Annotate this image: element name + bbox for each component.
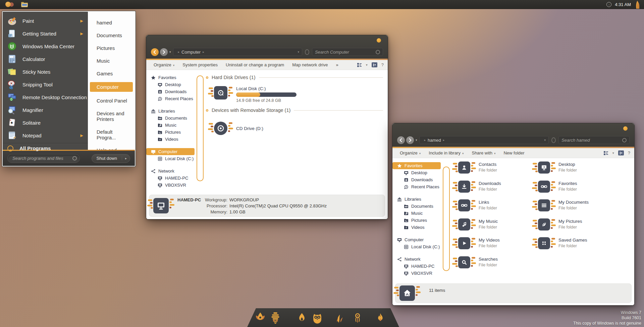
start-orb-button[interactable] <box>5 1 17 8</box>
start-place-control-panel[interactable]: Control Panel <box>90 96 131 105</box>
start-place-pictures[interactable]: Pictures <box>90 44 119 52</box>
preview-pane-icon[interactable] <box>618 150 624 155</box>
sidebar-item-hamed-pc[interactable]: HAMED-PC <box>146 175 199 182</box>
start-item-notepad[interactable]: Notepad ▶ <box>3 129 88 142</box>
sidebar-item-documents[interactable]: Documents <box>392 203 445 210</box>
nav-history-caret-icon[interactable]: ▾ <box>169 50 171 54</box>
sidebar-item-local-disk-c[interactable]: Local Disk (C:) <box>146 155 199 162</box>
toolbar-map-network-drive-button[interactable]: Map network drive <box>289 61 331 69</box>
toolbar-overflow-chevron-button[interactable]: » <box>332 61 341 69</box>
dock-flame-icon[interactable] <box>375 311 386 325</box>
folder-item-links[interactable]: Links File folder <box>458 199 497 218</box>
sidebar-item-music[interactable]: Music <box>146 122 199 129</box>
sidebar-item-desktop[interactable]: Desktop <box>392 169 445 176</box>
address-breadcrumb-bar[interactable]: ▸ hamed ▸ ▾ <box>419 136 549 144</box>
view-caret-icon[interactable]: ▾ <box>612 151 614 155</box>
help-button[interactable]: ? <box>628 150 630 155</box>
sidebar-item-pictures[interactable]: Pictures <box>146 129 199 136</box>
sidebar-item-vboxsvr[interactable]: VBOXSVR <box>392 270 445 277</box>
forward-button[interactable] <box>406 136 414 144</box>
section-collapse-icon[interactable] <box>206 109 208 112</box>
sidebar-item-favorites[interactable]: Favorites <box>146 74 199 81</box>
change-view-icon[interactable] <box>357 63 362 67</box>
back-button[interactable] <box>397 136 405 144</box>
nav-history-caret-icon[interactable]: ▾ <box>416 138 417 142</box>
start-item-magnifier[interactable]: Magnifier <box>3 104 88 116</box>
sidebar-item-local-disk-c[interactable]: Local Disk (C:) <box>392 243 445 250</box>
search-box[interactable] <box>312 48 383 56</box>
dock-owl-icon[interactable] <box>311 311 324 325</box>
toolbar-new-folder-button[interactable]: New folder <box>500 149 528 157</box>
shutdown-button[interactable]: Shut down ▸ <box>92 154 130 163</box>
folder-item-desktop[interactable]: Desktop File folder <box>538 161 577 181</box>
sidebar-item-desktop[interactable]: Desktop <box>146 81 199 88</box>
forward-button[interactable] <box>160 48 168 56</box>
start-place-computer[interactable]: Computer <box>90 82 133 92</box>
close-button[interactable] <box>377 38 381 43</box>
toolbar-include-in-library-button[interactable]: Include in library▾ <box>425 149 467 157</box>
sidebar-item-recent-places[interactable]: Recent Places <box>392 183 445 190</box>
toolbar-organize-button[interactable]: Organize▾ <box>150 61 178 69</box>
sidebar-item-vboxsvr[interactable]: VBOXSVR <box>146 182 199 189</box>
folder-item-my-music[interactable]: My Music File folder <box>458 218 498 238</box>
sidebar-item-music[interactable]: Music <box>392 210 445 217</box>
dock-dreamcatcher-icon[interactable] <box>352 311 363 325</box>
view-caret-icon[interactable]: ▾ <box>366 63 368 67</box>
start-place-devices-and-printers[interactable]: Devices and Printers <box>90 109 133 123</box>
all-programs-button[interactable]: → All Programs <box>3 143 88 153</box>
toolbar-uninstall-or-change-a-program-button[interactable]: Uninstall or change a program <box>222 61 287 69</box>
back-button[interactable] <box>151 48 159 56</box>
start-place-hamed[interactable]: hamed <box>90 18 116 27</box>
help-button[interactable]: ? <box>381 62 384 67</box>
notification-chevron-icon[interactable]: ↓ <box>606 2 611 7</box>
folder-item-my-videos[interactable]: My Videos File folder <box>458 237 500 256</box>
start-item-snipping-tool[interactable]: Snipping Tool <box>3 78 88 91</box>
drive-item-local-disk-c[interactable]: Local Disk (C:) 14.9 GB free of 24.8 GB <box>214 86 297 103</box>
start-search-input[interactable] <box>12 156 72 161</box>
start-item-solitaire[interactable]: ♠ Solitaire <box>3 116 88 129</box>
address-dropdown-caret-icon[interactable]: ▾ <box>544 138 546 142</box>
start-place-default-progra[interactable]: Default Progra... <box>90 128 133 142</box>
start-item-windows-media-center[interactable]: Windows Media Center <box>3 40 88 53</box>
drive-item-cd-drive-d[interactable]: CD Drive (D:) <box>214 122 263 135</box>
start-place-games[interactable]: Games <box>90 69 117 78</box>
refresh-icon[interactable] <box>305 49 309 55</box>
change-view-icon[interactable] <box>604 151 608 155</box>
refresh-icon[interactable] <box>551 137 556 143</box>
folder-item-searches[interactable]: Searches File folder <box>458 256 498 275</box>
dock-lotus-icon[interactable] <box>253 311 267 325</box>
start-item-remote-desktop-connection[interactable]: Remote Desktop Connection <box>3 91 88 104</box>
folder-item-downloads[interactable]: Downloads File folder <box>458 181 501 200</box>
start-item-paint[interactable]: Paint ▶ <box>3 14 88 27</box>
sidebar-item-videos[interactable]: Videos <box>146 136 199 143</box>
close-button[interactable] <box>623 126 628 131</box>
shutdown-options-arrow-icon[interactable]: ▸ <box>122 156 130 160</box>
start-search-box[interactable] <box>7 154 80 163</box>
sidebar-item-videos[interactable]: Videos <box>392 224 445 231</box>
start-item-sticky-notes[interactable]: Sticky Notes <box>3 65 88 78</box>
sidebar-item-documents[interactable]: Documents <box>146 115 199 122</box>
section-collapse-icon[interactable] <box>206 76 208 79</box>
sidebar-item-libraries[interactable]: Libraries <box>146 108 199 115</box>
sidebar-item-favorites[interactable]: Favorites <box>392 162 441 169</box>
preview-pane-icon[interactable] <box>372 62 377 67</box>
dock-droplet-icon[interactable] <box>296 311 308 325</box>
search-input[interactable] <box>561 138 622 143</box>
folder-item-my-pictures[interactable]: My Pictures File folder <box>538 218 582 238</box>
breadcrumb-item[interactable]: Computer <box>181 50 201 55</box>
navigation-scrollbar[interactable] <box>197 75 204 181</box>
dock-grass-icon[interactable] <box>334 311 345 325</box>
address-breadcrumb-bar[interactable]: ▸ Computer ▸ ▾ <box>173 48 302 56</box>
sidebar-item-computer[interactable]: Computer <box>392 236 445 243</box>
search-box[interactable] <box>558 136 630 144</box>
folder-item-saved-games[interactable]: Saved Games File folder <box>538 237 587 256</box>
start-place-documents[interactable]: Documents <box>90 31 126 40</box>
sidebar-item-libraries[interactable]: Libraries <box>392 196 445 203</box>
show-desktop-flame-icon[interactable] <box>635 1 639 9</box>
start-place-music[interactable]: Music <box>90 57 114 65</box>
sidebar-item-pictures[interactable]: Pictures <box>392 217 445 224</box>
sidebar-item-network[interactable]: Network <box>146 168 199 175</box>
breadcrumb-item[interactable]: hamed <box>428 138 441 143</box>
toolbar-system-properties-button[interactable]: System properties <box>179 61 221 69</box>
dock-beehive-icon[interactable] <box>269 311 282 325</box>
